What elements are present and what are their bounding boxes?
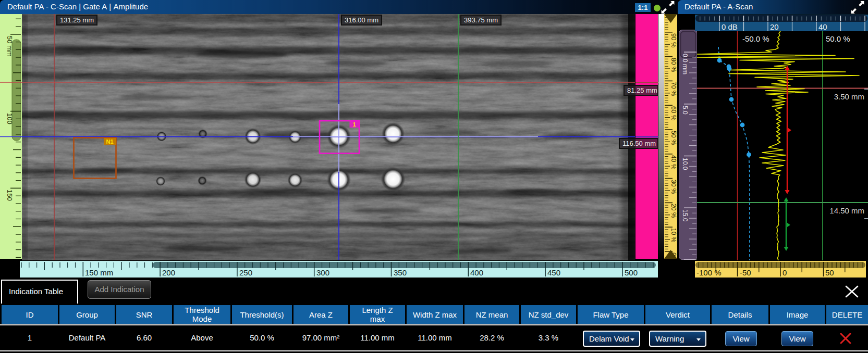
svg-text:100: 100 [6,113,14,124]
svg-text:10 %: 10 % [670,228,677,243]
svg-text:40: 40 [818,22,827,31]
svg-text:150 mm: 150 mm [85,268,113,277]
svg-text:450: 450 [547,268,560,277]
svg-text:70 %: 70 % [670,82,677,96]
svg-text:300: 300 [316,268,329,277]
svg-text:150: 150 [6,190,14,201]
svg-text:-50.0 %: -50.0 % [742,34,769,43]
svg-text:3.50 mm: 3.50 mm [834,92,864,101]
svg-text:-100 %: -100 % [696,268,722,277]
svg-text:0.0 mm: 0.0 mm [681,54,689,74]
svg-text:50: 50 [825,268,834,277]
svg-text:500: 500 [625,268,638,277]
svg-text:350: 350 [394,268,407,277]
svg-text:10.0: 10.0 [681,158,689,170]
svg-text:20 %: 20 % [670,204,677,218]
svg-text:15.0: 15.0 [681,209,689,222]
svg-text:200: 200 [162,268,175,277]
svg-text:1: 1 [352,121,356,128]
svg-text:N1: N1 [106,138,113,145]
svg-text:0 dB: 0 dB [722,22,738,31]
svg-text:14.50 mm: 14.50 mm [829,206,864,215]
svg-text:-50: -50 [740,268,751,277]
svg-text:60 %: 60 % [670,106,677,121]
svg-text:40 %: 40 % [670,155,677,170]
svg-text:80 %: 80 % [670,58,677,72]
svg-text:250: 250 [239,268,252,277]
svg-text:50 %: 50 % [670,131,677,145]
svg-text:30 %: 30 % [670,180,677,194]
svg-text:5.0: 5.0 [681,106,689,115]
svg-text:50.0 %: 50.0 % [826,34,850,43]
svg-text:20: 20 [770,22,779,31]
svg-text:0: 0 [783,268,787,277]
svg-text:50 mm: 50 mm [6,36,14,57]
svg-text:400: 400 [470,268,483,277]
svg-text:90 %: 90 % [670,33,677,48]
